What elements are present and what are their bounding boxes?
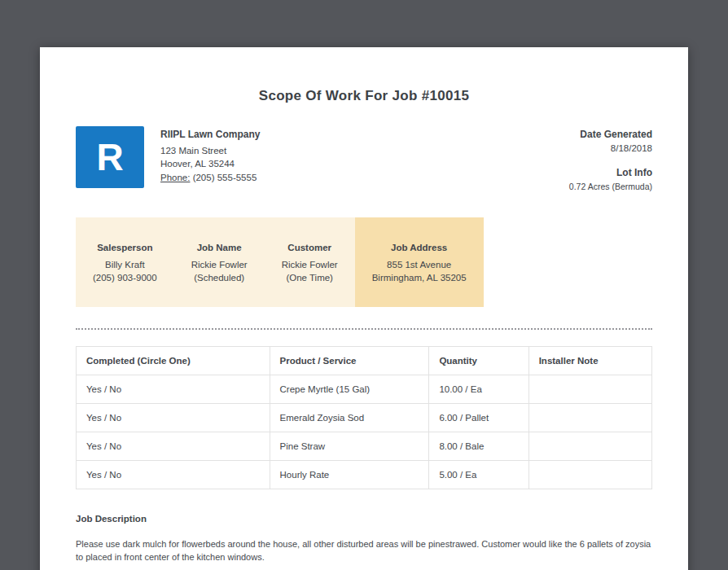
company-logo: R	[76, 126, 144, 188]
table-row: Yes / No Crepe Myrtle (15 Gal) 10.00 / E…	[77, 375, 652, 404]
job-address-line2: Birmingham, AL 35205	[372, 271, 467, 284]
table-header-row: Completed (Circle One) Product / Service…	[77, 347, 652, 375]
lot-info-label: Lot Info	[569, 166, 652, 180]
company-info: RIIPL Lawn Company 123 Main Street Hoove…	[160, 126, 260, 184]
job-address-label: Job Address	[372, 241, 467, 254]
cell-completed: Yes / No	[77, 404, 270, 432]
cell-installer-note	[528, 461, 651, 489]
header-completed: Completed (Circle One)	[77, 347, 270, 375]
page-title: Scope Of Work For Job #10015	[76, 88, 652, 104]
job-info-bar: Salesperson Billy Kraft (205) 903-9000 J…	[76, 217, 652, 307]
company-address-line2: Hoover, AL 35244	[160, 157, 260, 171]
cell-completed: Yes / No	[77, 461, 270, 489]
info-col-job-address: Job Address 855 1st Avenue Birmingham, A…	[355, 217, 484, 307]
meta-block: Date Generated 8/18/2018 Lot Info 0.72 A…	[569, 126, 652, 193]
phone-label: Phone:	[160, 173, 190, 182]
cell-quantity: 8.00 / Bale	[429, 432, 528, 461]
info-col-customer: Customer Rickie Fowler (One Time)	[265, 217, 355, 307]
info-col-job-name: Job Name Rickie Fowler (Scheduled)	[174, 217, 265, 307]
cell-completed: Yes / No	[77, 375, 270, 404]
job-name-value: Rickie Fowler	[191, 258, 248, 271]
salesperson-phone: (205) 903-9000	[93, 271, 157, 284]
customer-name: Rickie Fowler	[282, 258, 338, 271]
salesperson-label: Salesperson	[93, 241, 157, 254]
job-name-status: (Scheduled)	[191, 271, 248, 284]
cell-installer-note	[528, 432, 651, 461]
cell-product: Pine Straw	[270, 432, 429, 461]
document-header: R RIIPL Lawn Company 123 Main Street Hoo…	[76, 126, 652, 193]
logo-letter: R	[96, 135, 123, 179]
header-quantity: Quantity	[429, 347, 528, 375]
cell-product: Crepe Myrtle (15 Gal)	[270, 375, 429, 404]
dotted-divider	[76, 328, 652, 330]
info-col-salesperson: Salesperson Billy Kraft (205) 903-9000	[76, 217, 174, 307]
cell-quantity: 10.00 / Ea	[429, 375, 528, 404]
salesperson-name: Billy Kraft	[93, 258, 157, 271]
cell-quantity: 6.00 / Pallet	[429, 404, 528, 432]
document-page: Scope Of Work For Job #10015 R RIIPL Law…	[40, 47, 688, 570]
customer-label: Customer	[282, 241, 338, 254]
scope-of-work-table: Completed (Circle One) Product / Service…	[76, 346, 652, 489]
lot-info-value: 0.72 Acres (Bermuda)	[569, 180, 652, 193]
company-address-line1: 123 Main Street	[160, 144, 260, 158]
cell-quantity: 5.00 / Ea	[429, 461, 528, 489]
table-row: Yes / No Emerald Zoysia Sod 6.00 / Palle…	[77, 404, 652, 432]
table-row: Yes / No Pine Straw 8.00 / Bale	[77, 432, 652, 461]
date-generated-value: 8/18/2018	[569, 142, 652, 155]
header-installer-note: Installer Note	[528, 347, 651, 375]
job-description-paragraph: Please use dark mulch for flowerbeds aro…	[76, 537, 652, 563]
job-address-line1: 855 1st Avenue	[372, 258, 467, 271]
company-block: R RIIPL Lawn Company 123 Main Street Hoo…	[76, 126, 260, 188]
company-phone: Phone: (205) 555-5555	[160, 171, 260, 185]
date-generated-label: Date Generated	[569, 128, 652, 142]
job-description-heading: Job Description	[76, 514, 652, 524]
cell-completed: Yes / No	[77, 432, 270, 461]
table-row: Yes / No Hourly Rate 5.00 / Ea	[77, 461, 652, 489]
cell-installer-note	[528, 404, 651, 432]
header-product-service: Product / Service	[270, 347, 429, 375]
job-description-section: Job Description Please use dark mulch fo…	[76, 514, 652, 570]
customer-type: (One Time)	[282, 271, 338, 284]
company-name: RIIPL Lawn Company	[160, 128, 260, 142]
cell-product: Emerald Zoysia Sod	[270, 404, 429, 432]
cell-installer-note	[528, 375, 651, 404]
phone-value: (205) 555-5555	[190, 173, 257, 182]
cell-product: Hourly Rate	[270, 461, 429, 489]
job-name-label: Job Name	[191, 241, 248, 254]
